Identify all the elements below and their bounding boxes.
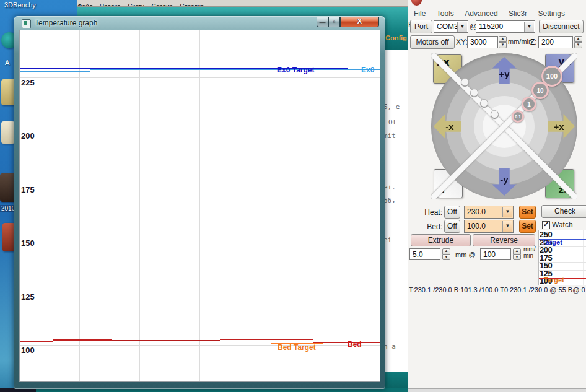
bed-line [20,341,53,342]
mmmin-label: mm/min [508,38,532,45]
pronterface-panel: File Tools Advanced Slic3r Settings Help… [408,0,586,392]
ex0-line [90,69,380,70]
gridline [20,292,380,292]
gridline [20,345,380,346]
app-icon [411,0,422,6]
bed-set-button[interactable]: Set [519,220,536,233]
jog-step-10-button[interactable]: 10 [531,82,549,99]
chevron-down-icon[interactable]: ▼ [502,207,512,217]
y-tick: 125 [21,292,35,302]
gridline [320,30,320,382]
bed-line [53,339,112,341]
minimize-button[interactable]: — [317,17,328,27]
ex0-target-label: Ex0 Target [277,66,314,74]
gridline [20,185,380,185]
heat-temp-select[interactable]: 230.0 ▼ [464,206,514,219]
heat-off-button[interactable]: Off [444,206,460,219]
y-tick: 150 [21,238,35,248]
mmmin-unit-label: mm/ min [523,246,535,259]
jog-step-01-button[interactable]: 0.1 [512,110,524,123]
reverse-button[interactable]: Reverse [473,234,535,246]
y-tick: 175 [21,185,35,194]
menu-slic3r[interactable]: Slic3r [509,9,527,18]
gridline [199,30,200,382]
bed-line [112,340,220,341]
z-step-dot[interactable] [461,78,469,86]
mm-at-label: mm @ [455,251,476,258]
gridline [20,131,380,131]
z-step-dot[interactable] [470,89,478,97]
extrude-button[interactable]: Extrude [411,234,471,246]
extrude-length-stepper[interactable]: ▲▼ [442,248,450,260]
bed-label: Bed: [421,222,442,231]
extrude-length-input[interactable]: 5.0 [409,248,440,260]
port-button[interactable]: Port [410,20,432,33]
bed-off-button[interactable]: Off [444,220,460,233]
gridline [139,30,140,382]
z-feedrate-stepper[interactable]: ▲▼ [574,36,582,48]
code-fragment: Ol [388,118,396,126]
mini-bed-target-label: Target [544,276,564,284]
jog-pad[interactable]: +y -y -x +x 100 10 1 0.1 [431,53,577,199]
ide-tab-config[interactable]: Config [385,34,407,41]
y-tick: 225 [21,78,35,87]
extrude-speed-input[interactable]: 100 [480,248,511,260]
window-title: Temperature graph [35,19,97,27]
menu-tools[interactable]: Tools [437,9,454,18]
screen: 3DBenchy A 2010 Файл Правка Скетч Сервис… [0,0,586,392]
maximize-button[interactable]: ▫ [328,17,340,27]
bed-temp-value: 100.0 [467,222,486,230]
heat-label: Heat: [421,208,442,217]
motors-off-button[interactable]: Motors off [410,35,455,49]
bed-line [220,339,313,340]
ex0-line [20,71,90,72]
chevron-down-icon[interactable]: ▼ [524,22,534,32]
close-button[interactable]: X [340,17,379,27]
temperature-plot: 225 200 175 150 125 100 Ex0 Target Ex0 B… [19,30,380,382]
menu-advanced[interactable]: Advanced [465,9,497,18]
bed-target-label: Bed Target [278,343,316,352]
pronterface-menubar: File Tools Advanced Slic3r Settings Help [408,7,586,19]
bed-label: Bed [348,340,362,349]
bed-temp-select[interactable]: 100.0 ▼ [464,220,514,233]
y-tick: 200 [21,131,35,141]
watch-label: Watch [552,220,573,229]
xy-label: XY: [456,38,468,46]
title-bar[interactable]: Temperature graph — ▫ X [14,16,385,30]
heat-temp-value: 230.0 [467,207,486,216]
extrude-speed-stepper[interactable]: ▲▼ [513,248,521,260]
heat-set-button[interactable]: Set [519,206,536,219]
com-port-value: COM3 [437,22,458,31]
baud-rate-select[interactable]: 115200 ▼ [476,20,535,33]
menu-settings[interactable]: Settings [538,9,565,18]
panel-bottom-strip [408,388,586,392]
watch-checkbox[interactable]: ✓ [542,221,550,229]
window-icon [22,19,31,28]
z-feedrate-input[interactable]: 200 [538,36,573,48]
check-temp-button[interactable]: Check [541,205,586,218]
z-step-dot[interactable] [480,99,488,107]
desktop-icon-label-benchy[interactable]: 3DBenchy [4,1,36,9]
ide-menubar: Файл Правка Скетч Сервис Справка [77,0,408,7]
xy-feedrate-stepper[interactable]: ▲▼ [499,36,507,48]
disconnect-button[interactable]: Disconnect [539,20,584,33]
ex0-label: Ex0 [361,66,374,74]
baud-value: 115200 [479,22,503,31]
z-step-dot[interactable] [491,110,499,118]
menu-file[interactable]: File [414,9,426,18]
gridline [260,30,260,382]
document-icon[interactable] [1,121,15,144]
chevron-down-icon[interactable]: ▼ [502,221,512,232]
red-file-icon[interactable] [2,223,15,251]
temperature-graph-window: Temperature graph — ▫ X 225 200 175 150 … [14,16,385,389]
z-label: Z: [530,38,537,46]
gridline [79,30,80,382]
code-fragment: 5, e [383,103,400,111]
gridline [20,77,380,78]
gridline [20,238,380,238]
xy-feedrate-input[interactable]: 3000 [467,36,498,48]
jog-step-1-button[interactable]: 1 [522,97,536,111]
com-port-select[interactable]: COM3 ▼ [434,20,468,33]
status-line: T:230.1 /230.0 B:101.3 /100.0 T0:230.1 /… [409,286,586,294]
chevron-down-icon[interactable]: ▼ [457,22,467,32]
